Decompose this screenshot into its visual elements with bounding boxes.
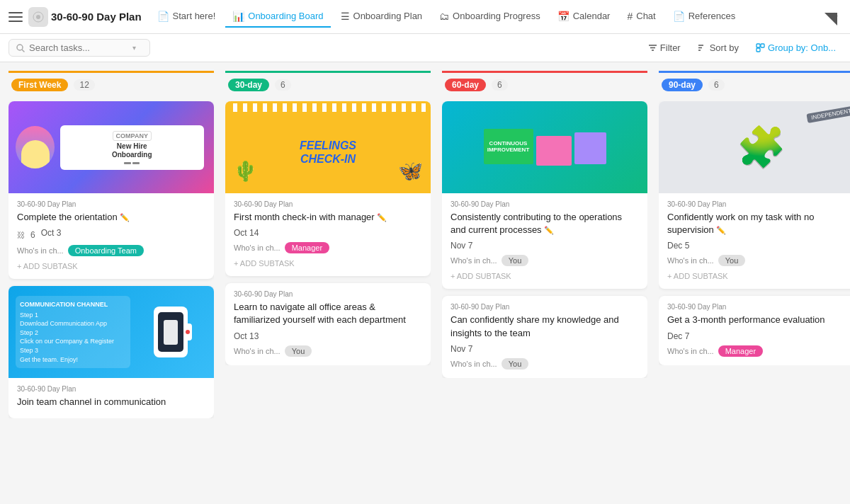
card-who-6: Who's in ch...	[450, 360, 497, 368]
plan-icon: ☰	[341, 11, 350, 22]
card-who-7: Who's in ch...	[667, 256, 714, 265]
card-title-7: Confidently work on my task with no supe…	[667, 211, 850, 236]
card-footer-7: Who's in ch... You	[667, 255, 850, 266]
col-header-60day: 60-day 6	[442, 71, 647, 96]
card-body-6: 30-60-90 Day Plan Can confidently share …	[442, 296, 647, 377]
card-date-3: Oct 14	[234, 228, 422, 238]
subtask-icon-1: ⛓	[17, 231, 25, 239]
edit-icon-3[interactable]: ✏️	[377, 213, 387, 222]
sort-button[interactable]: Sort by	[692, 40, 744, 56]
card-footer-6: Who's in ch... You	[450, 358, 639, 370]
subtask-count-1: 6	[30, 230, 35, 240]
card-body-8: 30-60-90 Day Plan Get a 3-month performa…	[659, 296, 850, 365]
card-date-6: Nov 7	[450, 344, 639, 354]
add-subtask-5[interactable]: + ADD SUBTASK	[450, 269, 639, 283]
col-count-90day: 6	[708, 79, 725, 91]
hamburger-menu[interactable]	[6, 7, 26, 27]
card-footer-3: Who's in ch... Manager	[234, 242, 422, 253]
references-icon: 📄	[673, 11, 685, 22]
col-header-30day: 30-day 6	[225, 71, 431, 96]
card-first-month-checkin: FEELINGSCHECK-IN 🌵 🦋 30-60-90 Day Plan F…	[225, 101, 431, 276]
svg-point-2	[17, 45, 23, 50]
tab-start-here[interactable]: 📄 Start here!	[150, 6, 223, 28]
card-body-2: 30-60-90 Day Plan Join team channel in c…	[8, 378, 214, 418]
edit-icon-1[interactable]: ✏️	[120, 213, 130, 222]
cards-list-first-week: COMPANY New HireOnboarding 30	[8, 101, 214, 418]
card-who-1: Who's in ch...	[17, 246, 64, 255]
svg-point-1	[36, 15, 40, 19]
chevron-down-icon: ▾	[132, 44, 136, 52]
edit-icon-5[interactable]: ✏️	[544, 226, 554, 234]
card-meta-7: 30-60-90 Day Plan	[667, 200, 850, 208]
card-footer-5: Who's in ch... You	[450, 255, 639, 266]
add-subtask-7[interactable]: + ADD SUBTASK	[667, 269, 850, 283]
group-by-button[interactable]: Group by: Onb...	[750, 40, 842, 56]
card-title-4: Learn to navigate all office areas & fam…	[234, 301, 422, 326]
card-badge-4: You	[285, 345, 312, 357]
edit-icon-7[interactable]: ✏️	[716, 226, 726, 234]
card-meta-5: 30-60-90 Day Plan	[450, 200, 639, 208]
tab-references[interactable]: 📄 References	[666, 6, 742, 28]
search-icon	[16, 44, 25, 52]
filter-button[interactable]: Filter	[642, 40, 686, 56]
svg-rect-12	[756, 48, 760, 52]
calendar-icon: 📅	[557, 11, 570, 22]
group-icon	[756, 43, 765, 52]
card-date-4: Oct 13	[234, 331, 422, 341]
card-footer-4: Who's in ch... You	[234, 345, 422, 357]
card-footer-8: Who's in ch... Manager	[667, 345, 850, 357]
card-meta-3: 30-60-90 Day Plan	[234, 200, 422, 208]
tab-onboarding-board[interactable]: 📊 Onboarding Board	[225, 6, 330, 28]
card-who-8: Who's in ch...	[667, 347, 714, 355]
card-join-team: COMMUNICATION CHANNEL Step 1 Download Co…	[8, 286, 214, 418]
card-footer-1: Who's in ch... Onboarding Team	[17, 245, 205, 256]
tab-chat[interactable]: # Chat	[620, 6, 662, 28]
tab-onboarding-plan[interactable]: ☰ Onboarding Plan	[334, 6, 430, 28]
card-title-1: Complete the orientation ✏️	[17, 211, 205, 224]
column-30day: 30-day 6 FEELINGSCHECK-IN 🌵 🦋 30-60-90 D…	[225, 71, 431, 496]
card-badge-7: You	[718, 255, 746, 266]
add-subtask-1[interactable]: + ADD SUBTASK	[17, 259, 205, 273]
search-box[interactable]: ▾	[8, 39, 150, 57]
card-title-5: Consistently contributing to the operati…	[450, 211, 639, 236]
svg-rect-11	[761, 44, 764, 47]
card-performance-eval: 30-60-90 Day Plan Get a 3-month performa…	[659, 296, 850, 365]
card-date-7: Dec 5	[667, 241, 850, 251]
sort-icon	[698, 43, 707, 52]
column-60day: 60-day 6 CONTINUOUSIMPROVEMENT 30-60-90 …	[442, 71, 647, 496]
card-who-5: Who's in ch...	[450, 256, 497, 265]
card-badge-1: Onboarding Team	[68, 245, 144, 256]
col-badge-30day: 30-day	[228, 79, 269, 91]
add-subtask-3[interactable]: + ADD SUBTASK	[234, 256, 422, 270]
card-badge-6: You	[502, 358, 529, 370]
card-date-8: Dec 7	[667, 331, 850, 341]
col-count-first-week: 12	[74, 79, 94, 91]
card-title-3: First month check-in with manager ✏️	[234, 211, 422, 224]
col-badge-90day: 90-day	[662, 79, 703, 91]
tab-onboarding-progress[interactable]: 🗂 Onboarding Progress	[432, 6, 548, 28]
card-contributing: CONTINUOUSIMPROVEMENT 30-60-90 Day Plan …	[442, 101, 647, 289]
column-90day: 90-day 6 🧩 INDEPENDENT 30-60-90 Day Plan	[659, 71, 850, 496]
card-title-6: Can confidently share my knowledge and i…	[450, 314, 639, 339]
card-who-3: Who's in ch...	[234, 244, 280, 252]
cards-list-60day: CONTINUOUSIMPROVEMENT 30-60-90 Day Plan …	[442, 101, 647, 378]
card-body-1: 30-60-90 Day Plan Complete the orientati…	[8, 193, 214, 279]
card-complete-orientation: COMPANY New HireOnboarding 30	[8, 101, 214, 279]
col-count-60day: 6	[492, 79, 508, 91]
column-first-week: First Week 12 COMPANY New HireOnboarding	[8, 71, 214, 496]
top-nav: 30-60-90 Day Plan 📄 Start here! 📊 Onboar…	[0, 0, 850, 34]
toolbar: ▾ Filter Sort by Group by: Onb...	[0, 34, 850, 62]
card-body-3: 30-60-90 Day Plan First month check-in w…	[225, 193, 431, 276]
tab-calendar[interactable]: 📅 Calendar	[550, 6, 618, 28]
search-input[interactable]	[29, 42, 128, 53]
card-share-knowledge: 30-60-90 Day Plan Can confidently share …	[442, 296, 647, 377]
app-icon	[28, 7, 48, 27]
card-body-5: 30-60-90 Day Plan Consistently contribut…	[442, 193, 647, 289]
card-badge-3: Manager	[285, 242, 329, 253]
svg-rect-10	[756, 44, 760, 47]
chat-icon: #	[627, 11, 633, 22]
filter-icon	[648, 43, 657, 52]
start-here-icon: 📄	[157, 11, 169, 22]
card-navigate-office: 30-60-90 Day Plan Learn to navigate all …	[225, 283, 431, 365]
svg-line-3	[23, 50, 25, 52]
